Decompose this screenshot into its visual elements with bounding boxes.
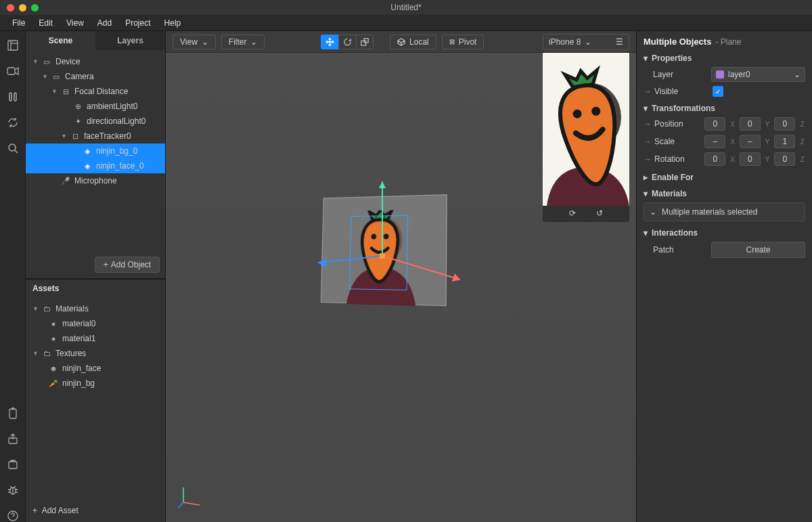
scale-x-input[interactable]: – (704, 135, 725, 148)
node-label: Microphone (74, 176, 117, 186)
manipulator-gizmo[interactable] (382, 255, 389, 265)
video-icon[interactable] (7, 65, 19, 77)
layout-icon[interactable] (7, 39, 19, 51)
node-microphone[interactable]: 🎤Microphone (26, 173, 165, 188)
node-label: Textures (55, 349, 86, 358)
minimize-icon[interactable] (19, 4, 26, 12)
section-properties[interactable]: ▾Properties (644, 53, 805, 63)
node-face-tracker[interactable]: ▼⊡faceTracker0 (26, 129, 165, 144)
tab-layers[interactable]: Layers (95, 31, 165, 50)
add-object-button[interactable]: +Add Object (95, 257, 160, 273)
pause-icon[interactable] (7, 91, 19, 103)
assets-title: Assets (26, 279, 165, 297)
bug-icon[interactable] (7, 484, 19, 496)
viewport-canvas[interactable]: iPhone 8 ⌄ ☰ (166, 53, 636, 522)
chevron-down-icon: ⌄ (250, 37, 257, 47)
asset-material1[interactable]: ●material1 (26, 331, 165, 346)
close-icon[interactable] (7, 4, 14, 12)
section-materials[interactable]: ▾Materials (644, 189, 805, 198)
node-ninjin-face[interactable]: ◈ninjin_face_0 (26, 158, 165, 173)
rotation-y-input[interactable]: 0 (740, 152, 761, 166)
filter-dropdown[interactable]: Filter⌄ (221, 35, 265, 49)
asset-ninjin-bg[interactable]: 🥕ninjin_bg (26, 376, 165, 391)
window-controls (0, 4, 39, 12)
node-label: ambientLight0 (87, 102, 137, 111)
refresh-icon[interactable] (7, 116, 19, 129)
layer-dropdown[interactable]: layer0 ⌄ (711, 67, 805, 82)
pivot-toggle[interactable]: ⊠Pivot (442, 35, 484, 49)
maximize-icon[interactable] (31, 4, 39, 12)
position-y-input[interactable]: 0 (740, 117, 761, 131)
plus-icon: + (104, 260, 108, 269)
section-enable-for[interactable]: ▸Enable For (644, 173, 805, 182)
inspector-subtitle: - Plane (715, 37, 741, 47)
chevron-down-icon: ⌄ (585, 37, 591, 47)
node-focal-distance[interactable]: ▼⊟Focal Distance (26, 84, 165, 99)
menu-file[interactable]: File (5, 16, 32, 30)
axis-indicator (177, 482, 204, 511)
local-toggle[interactable]: Local (390, 35, 436, 49)
asset-material0[interactable]: ●material0 (26, 316, 165, 331)
menu-edit[interactable]: Edit (32, 16, 60, 30)
svg-line-7 (15, 150, 18, 153)
preview-controls: ⟳ ↺ (543, 204, 629, 222)
send-to-device-icon[interactable] (7, 407, 19, 419)
menu-project[interactable]: Project (118, 16, 157, 30)
assets-panel: Assets ▼🗀Materials ●material0 ●material1… (26, 278, 165, 522)
scale-z-input[interactable]: 1 (774, 135, 795, 148)
svg-rect-0 (8, 41, 18, 50)
node-label: Materials (55, 304, 89, 313)
position-x-input[interactable]: 0 (704, 117, 725, 131)
node-ambient-light[interactable]: ⊕ambientLight0 (26, 99, 165, 114)
menu-help[interactable]: Help (158, 16, 188, 30)
add-asset-button[interactable]: + Add Asset (26, 499, 165, 522)
node-label: ninjin_bg (62, 378, 95, 388)
chevron-down-icon: ⌄ (650, 207, 656, 217)
titlebar: Untitled* (0, 0, 812, 15)
menu-add[interactable]: Add (91, 16, 118, 30)
tab-scene[interactable]: Scene (26, 31, 95, 50)
refresh-icon[interactable]: ⟳ (569, 209, 576, 218)
position-label: Position (654, 119, 700, 129)
section-transformations[interactable]: ▾Transformations (644, 104, 805, 113)
scale-tool-button[interactable] (356, 35, 374, 49)
face-icon: ☻ (49, 364, 58, 372)
restart-icon[interactable]: ↺ (596, 209, 603, 218)
scene-content (318, 196, 447, 304)
svg-rect-25 (380, 253, 385, 259)
node-device[interactable]: ▼▭Device (26, 54, 165, 69)
rotate-tool-button[interactable] (338, 35, 356, 49)
search-icon[interactable] (7, 142, 19, 154)
assets-materials-folder[interactable]: ▼🗀Materials (26, 301, 165, 316)
node-ninjin-bg[interactable]: ◈ninjin_bg_0 (26, 144, 165, 158)
menu-view[interactable]: View (60, 16, 91, 30)
section-interactions[interactable]: ▾Interactions (644, 228, 805, 238)
rotation-z-input[interactable]: 0 (774, 152, 795, 166)
export-icon[interactable] (7, 433, 19, 445)
node-camera[interactable]: ▼▭Camera (26, 69, 165, 84)
position-z-input[interactable]: 0 (774, 117, 795, 131)
hamburger-icon[interactable]: ☰ (616, 37, 623, 47)
materials-dropdown[interactable]: ⌄ Multiple materials selected (644, 202, 805, 221)
node-label: Focal Distance (74, 87, 128, 96)
chevron-right-icon: ▸ (644, 173, 648, 182)
view-dropdown[interactable]: View⌄ (173, 35, 216, 49)
create-patch-button[interactable]: Create (711, 242, 805, 258)
scene-panel: Scene Layers ▼▭Device ▼▭Camera ▼⊟Focal D… (26, 31, 166, 522)
node-directional-light[interactable]: ✦directionalLight0 (26, 114, 165, 129)
inspector-title: Multiple Objects (644, 37, 711, 47)
preview-device-selector[interactable]: iPhone 8 ⌄ ☰ (543, 34, 629, 50)
help-icon[interactable] (7, 510, 19, 522)
scale-y-input[interactable]: – (740, 135, 761, 148)
svg-rect-4 (9, 93, 12, 101)
node-label: Device (55, 57, 81, 66)
visible-checkbox[interactable]: ✓ (713, 86, 723, 97)
inspector-panel: Multiple Objects - Plane ▾Properties Lay… (636, 31, 812, 522)
assets-textures-folder[interactable]: ▼🗀Textures (26, 346, 165, 361)
backdrop-plane (320, 194, 447, 306)
move-tool-button[interactable] (321, 35, 338, 49)
library-icon[interactable] (7, 458, 19, 471)
asset-ninjin-face[interactable]: ☻ninjin_face (26, 361, 165, 376)
rotation-x-input[interactable]: 0 (704, 152, 725, 166)
svg-rect-8 (9, 409, 16, 418)
